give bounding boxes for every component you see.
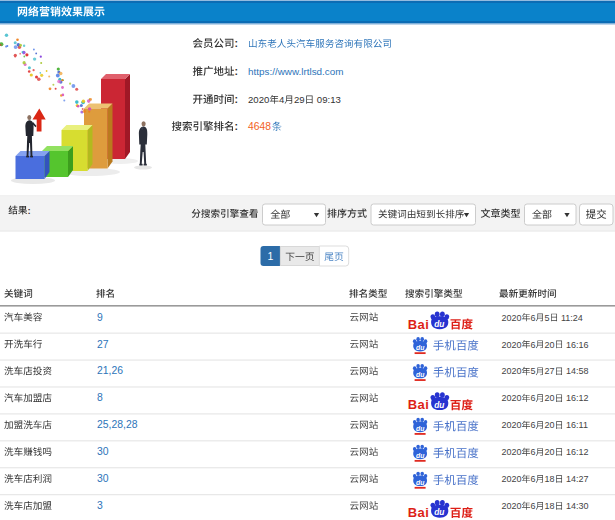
svg-text:4648: 4648: [248, 121, 271, 132]
svg-text:27: 27: [97, 339, 109, 350]
svg-text::: :: [235, 65, 239, 77]
svg-text:09:13: 09:13: [317, 94, 341, 105]
svg-text:4: 4: [279, 94, 285, 105]
svg-text:14:27: 14:27: [566, 474, 589, 484]
svg-text::: :: [235, 93, 239, 105]
svg-text:2020: 2020: [502, 474, 522, 484]
svg-text:2020: 2020: [502, 420, 522, 430]
svg-text:du: du: [434, 319, 444, 329]
svg-text:16:16: 16:16: [566, 340, 589, 350]
svg-text:6: 6: [531, 501, 536, 511]
svg-text:6: 6: [531, 313, 536, 323]
svg-text:5: 5: [531, 366, 536, 376]
svg-text:Bai: Bai: [408, 397, 429, 412]
svg-text:18: 18: [545, 501, 555, 511]
svg-text:16:11: 16:11: [566, 420, 588, 430]
svg-text:6: 6: [531, 420, 536, 430]
svg-text:29: 29: [294, 94, 305, 105]
svg-text:16:12: 16:12: [566, 447, 589, 457]
svg-text:18: 18: [545, 474, 555, 484]
svg-text:20: 20: [545, 447, 555, 457]
svg-text:du: du: [416, 425, 425, 432]
svg-text:https://www.lrtlsd.com: https://www.lrtlsd.com: [248, 66, 343, 77]
svg-text:8: 8: [97, 392, 103, 403]
svg-text:du: du: [416, 452, 425, 459]
svg-text:2020: 2020: [502, 501, 522, 511]
svg-text:16:12: 16:12: [566, 393, 589, 403]
svg-text:25,28,28: 25,28,28: [97, 419, 138, 430]
svg-text:5: 5: [545, 313, 550, 323]
svg-text:27: 27: [545, 366, 555, 376]
svg-text:3: 3: [97, 500, 103, 511]
svg-text:du: du: [416, 371, 425, 378]
svg-text:2020: 2020: [502, 366, 522, 376]
svg-text:20: 20: [545, 420, 555, 430]
svg-text:14:58: 14:58: [566, 366, 589, 376]
svg-text:du: du: [434, 507, 444, 517]
svg-text:20: 20: [545, 340, 555, 350]
svg-text:du: du: [434, 400, 444, 410]
svg-text:2020: 2020: [502, 313, 522, 323]
svg-text:2020: 2020: [502, 393, 522, 403]
svg-text:2020: 2020: [502, 340, 522, 350]
svg-text:11:24: 11:24: [561, 313, 583, 323]
svg-text:6: 6: [531, 447, 536, 457]
svg-text:du: du: [416, 344, 425, 351]
svg-text:14:30: 14:30: [566, 501, 589, 511]
svg-text::: :: [235, 120, 239, 132]
svg-text:21,26: 21,26: [97, 365, 123, 376]
svg-text:6: 6: [531, 340, 536, 350]
svg-text:1: 1: [267, 250, 273, 262]
svg-text:9: 9: [97, 312, 103, 323]
svg-text::: :: [235, 37, 239, 49]
svg-text:2020: 2020: [502, 447, 522, 457]
svg-text:2020: 2020: [248, 94, 269, 105]
svg-text:30: 30: [97, 473, 109, 484]
svg-text::: :: [28, 205, 31, 216]
svg-text:30: 30: [97, 446, 109, 457]
svg-text:6: 6: [531, 393, 536, 403]
svg-text:6: 6: [531, 474, 536, 484]
svg-text:du: du: [416, 479, 425, 486]
svg-text:Bai: Bai: [408, 317, 429, 332]
svg-text:Bai: Bai: [408, 505, 429, 520]
svg-text:20: 20: [545, 393, 555, 403]
